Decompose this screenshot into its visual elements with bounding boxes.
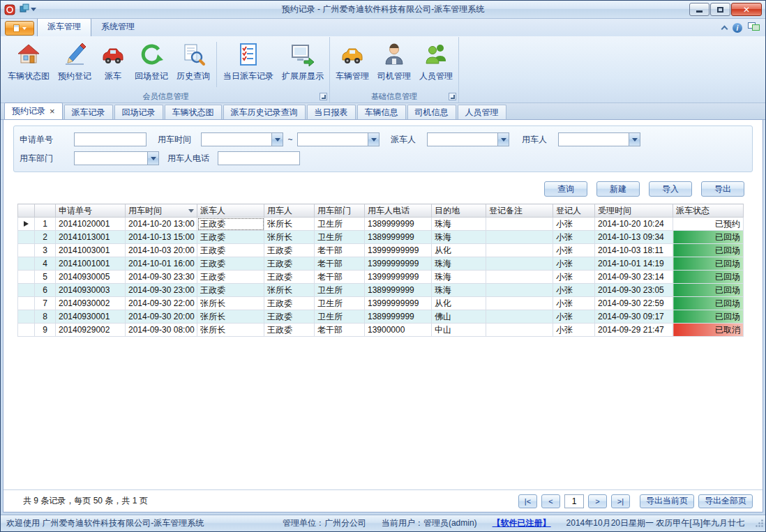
cell-apply_no[interactable]: 20141001001 bbox=[56, 257, 126, 271]
cell-status[interactable]: 已取消 bbox=[673, 324, 744, 337]
column-header[interactable]: 用车时间 bbox=[126, 204, 197, 218]
dropdown-button[interactable] bbox=[629, 133, 640, 146]
cell-accept_time[interactable]: 2014-09-30 23:14 bbox=[595, 271, 673, 284]
cell-registrar[interactable]: 小张 bbox=[553, 231, 595, 244]
cell-dispatcher[interactable]: 王政委 bbox=[197, 231, 264, 244]
dialog-launcher-icon[interactable] bbox=[449, 93, 456, 100]
next-page-button[interactable]: > bbox=[588, 494, 607, 508]
cell-remark[interactable] bbox=[486, 284, 553, 297]
cell-dest[interactable]: 中山 bbox=[432, 324, 486, 337]
dispatch-button[interactable]: 派车 bbox=[96, 38, 130, 91]
dispatcher-input[interactable] bbox=[428, 133, 497, 146]
dropdown-button[interactable] bbox=[497, 133, 509, 146]
cell-registrar[interactable]: 小张 bbox=[553, 218, 595, 231]
phone-input[interactable] bbox=[218, 151, 300, 165]
first-page-button[interactable]: |< bbox=[518, 494, 537, 508]
cell-phone[interactable]: 13999999999 bbox=[365, 244, 432, 257]
tab-vehicle-info[interactable]: 车辆信息 bbox=[357, 105, 406, 119]
cell-use_time[interactable]: 2014-09-30 23:30 bbox=[126, 271, 197, 284]
ribbon-tab-system-manage[interactable]: 系统管理 bbox=[91, 18, 144, 36]
tab-personnel-manage[interactable]: 人员管理 bbox=[458, 105, 506, 119]
cell-phone[interactable]: 13999999999 bbox=[365, 257, 432, 271]
vehicle-status-map-button[interactable]: 车辆状态图 bbox=[3, 38, 54, 91]
tab-vehicle-status-map[interactable]: 车辆状态图 bbox=[165, 105, 222, 119]
cell-apply_no[interactable]: 20141013001 bbox=[56, 231, 126, 244]
table-row[interactable]: 9201409290022014-09-30 08:00张所长王政委老干部139… bbox=[18, 324, 744, 337]
resize-grip[interactable] bbox=[755, 519, 764, 530]
cell-remark[interactable] bbox=[486, 244, 553, 257]
today-dispatch-records-button[interactable]: 当日派车记录 bbox=[219, 38, 278, 91]
cell-user[interactable]: 张所长 bbox=[264, 284, 315, 297]
cell-dept[interactable]: 卫生所 bbox=[315, 297, 365, 310]
cell-status[interactable]: 已回场 bbox=[673, 244, 744, 257]
use-time-to-input[interactable] bbox=[298, 133, 368, 146]
cell-dispatcher[interactable]: 王政委 bbox=[197, 284, 264, 297]
cell-status[interactable]: 已回场 bbox=[673, 310, 744, 324]
table-row[interactable]: 3201410030012014-10-03 20:00王政委王政委老干部139… bbox=[18, 244, 744, 257]
cell-registrar[interactable]: 小张 bbox=[553, 310, 595, 324]
export-all-pages-button[interactable]: 导出全部页 bbox=[698, 494, 753, 508]
extended-screen-button[interactable]: 扩展屏显示 bbox=[278, 38, 328, 91]
cell-dispatcher[interactable]: 王政委 bbox=[197, 218, 264, 231]
cell-phone[interactable]: 13999999999 bbox=[365, 271, 432, 284]
app-menu-button[interactable] bbox=[5, 21, 34, 36]
cell-dispatcher[interactable]: 张所长 bbox=[197, 310, 264, 324]
export-current-page-button[interactable]: 导出当前页 bbox=[640, 494, 694, 508]
cell-status[interactable]: 已回场 bbox=[673, 271, 744, 284]
cell-status[interactable]: 已回场 bbox=[673, 231, 744, 244]
dialog-launcher-icon[interactable] bbox=[320, 93, 327, 100]
close-button[interactable]: ✕ bbox=[731, 3, 762, 16]
return-register-button[interactable]: 回场登记 bbox=[130, 38, 172, 91]
cell-registrar[interactable]: 小张 bbox=[553, 257, 595, 271]
cell-status[interactable]: 已回场 bbox=[673, 297, 744, 310]
cell-registrar[interactable]: 小张 bbox=[553, 244, 595, 257]
cell-dispatcher[interactable]: 王政委 bbox=[197, 244, 264, 257]
cell-dispatcher[interactable]: 张所长 bbox=[197, 324, 264, 337]
cell-dest[interactable]: 珠海 bbox=[432, 271, 486, 284]
new-button[interactable]: 新建 bbox=[596, 181, 640, 197]
use-time-from-combo[interactable] bbox=[201, 132, 283, 146]
cell-dest[interactable]: 珠海 bbox=[432, 218, 486, 231]
table-row[interactable]: 6201409300032014-09-30 23:00王政委张所长卫生所138… bbox=[18, 284, 744, 297]
cell-apply_no[interactable]: 20140930002 bbox=[56, 297, 126, 310]
dropdown-button[interactable] bbox=[368, 133, 379, 146]
cell-remark[interactable] bbox=[486, 310, 553, 324]
sort-descending-icon[interactable] bbox=[188, 209, 194, 215]
cell-remark[interactable] bbox=[486, 324, 553, 337]
column-header[interactable]: 目的地 bbox=[432, 204, 486, 218]
cell-dispatcher[interactable]: 张所长 bbox=[197, 297, 264, 310]
cell-user[interactable]: 王政委 bbox=[264, 244, 315, 257]
cell-phone[interactable]: 13900000 bbox=[365, 324, 432, 337]
driver-manage-button[interactable]: 司机管理 bbox=[373, 38, 415, 91]
cell-dept[interactable]: 老干部 bbox=[315, 257, 365, 271]
prev-page-button[interactable]: < bbox=[541, 494, 560, 508]
cell-status[interactable]: 已预约 bbox=[673, 218, 744, 231]
export-button[interactable]: 导出 bbox=[701, 181, 744, 197]
cell-dest[interactable]: 从化 bbox=[432, 297, 486, 310]
cell-dept[interactable]: 老干部 bbox=[315, 244, 365, 257]
cell-user[interactable]: 王政委 bbox=[264, 324, 315, 337]
cell-dept[interactable]: 卫生所 bbox=[315, 284, 365, 297]
use-time-from-input[interactable] bbox=[202, 133, 271, 146]
tab-dispatch-records[interactable]: 派车记录 bbox=[64, 105, 113, 119]
cell-remark[interactable] bbox=[486, 257, 553, 271]
cell-accept_time[interactable]: 2014-09-30 09:17 bbox=[595, 310, 673, 324]
cell-use_time[interactable]: 2014-10-01 16:00 bbox=[126, 257, 197, 271]
dept-input[interactable] bbox=[75, 152, 147, 165]
tab-reservation-records[interactable]: 预约记录× bbox=[4, 102, 63, 119]
cell-user[interactable]: 王政委 bbox=[264, 310, 315, 324]
quick-access-icon[interactable] bbox=[20, 3, 29, 15]
maximize-button[interactable] bbox=[710, 3, 730, 16]
collapse-ribbon-icon[interactable] bbox=[721, 26, 728, 33]
tab-dispatch-history-query[interactable]: 派车历史记录查询 bbox=[223, 105, 306, 119]
cell-accept_time[interactable]: 2014-09-29 21:47 bbox=[595, 324, 673, 337]
cell-user[interactable]: 王政委 bbox=[264, 271, 315, 284]
history-query-button[interactable]: 历史查询 bbox=[172, 38, 214, 91]
cell-use_time[interactable]: 2014-09-30 08:00 bbox=[126, 324, 197, 337]
tab-return-records[interactable]: 回场记录 bbox=[114, 105, 163, 119]
cell-dest[interactable]: 佛山 bbox=[432, 310, 486, 324]
dispatcher-combo[interactable] bbox=[427, 132, 509, 146]
column-header[interactable]: 派车人 bbox=[197, 204, 264, 218]
dropdown-button[interactable] bbox=[147, 152, 158, 165]
cell-use_time[interactable]: 2014-09-30 23:00 bbox=[126, 284, 197, 297]
